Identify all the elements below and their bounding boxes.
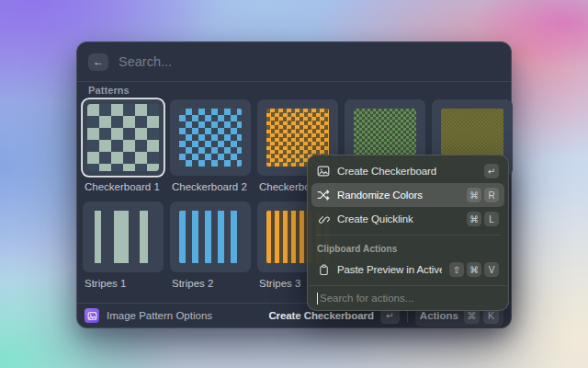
menu-item-create-checkerboard[interactable]: Create Checkerboard ↵ [311, 159, 504, 183]
grid-item-checkerboard-1[interactable]: Checkerboard 1 [83, 99, 164, 192]
search-bar: ← Search... [77, 42, 511, 82]
grid-item-label: Checkerboard 1 [83, 181, 164, 192]
grid-item-checkerboard-2[interactable]: Checkerboard 2 [170, 99, 251, 192]
l-key-badge: L [484, 212, 499, 226]
v-key-badge: V [484, 262, 499, 277]
checkerboard-pattern [87, 104, 159, 171]
actions-button-label: Actions [420, 310, 458, 321]
image-icon [317, 165, 330, 178]
clipboard-icon [317, 263, 330, 276]
return-key-badge: ↵ [484, 164, 499, 178]
primary-action-button[interactable]: Create Checkerboard [268, 310, 373, 321]
stripes-pattern [92, 211, 154, 263]
menu-item-randomize-colors[interactable]: Randomize Colors ⌘ R [311, 183, 504, 207]
grid-item-stripes-2[interactable]: Stripes 2 [170, 201, 251, 289]
text-caret [317, 293, 318, 305]
section-label-patterns: Patterns [88, 85, 130, 96]
cmd-key-badge: ⌘ [467, 262, 481, 277]
thumbnail-stripes-1[interactable] [83, 201, 164, 272]
actions-search-input[interactable]: Search for actions... [308, 285, 508, 310]
menu-item-create-quicklink[interactable]: Create Quicklink ⌘ L [311, 207, 504, 231]
menu-item-label: Create Quicklink [337, 213, 413, 224]
checkerboard-pattern [179, 109, 242, 167]
footer-divider [407, 310, 408, 322]
menu-item-label: Create Checkerboard [337, 166, 436, 177]
shift-key-badge: ⇧ [449, 262, 464, 277]
thumbnail-stripes-2[interactable] [170, 201, 251, 272]
grid-item-label: Stripes 1 [83, 278, 164, 289]
menu-separator [315, 235, 501, 236]
r-key-badge: R [484, 188, 499, 202]
app-name-label: Image Pattern Options [107, 310, 212, 321]
menu-item-paste-preview[interactable]: Paste Preview in Active App ⇧ ⌘ V [311, 258, 504, 282]
link-icon [317, 213, 330, 225]
menu-section-header: Clipboard Actions [311, 239, 504, 258]
cmd-key-badge: ⌘ [467, 188, 481, 202]
thumbnail-checkerboard-2[interactable] [170, 99, 251, 176]
menu-item-label: Paste Preview in Active App [337, 264, 442, 275]
thumbnail-checkerboard-1[interactable] [83, 99, 164, 176]
cmd-key-badge: ⌘ [467, 212, 481, 226]
stripes-pattern [179, 211, 242, 263]
search-input[interactable]: Search... [119, 54, 172, 69]
shuffle-icon [317, 189, 330, 201]
actions-search-placeholder: Search for actions... [320, 293, 413, 304]
back-button[interactable]: ← [88, 53, 108, 71]
actions-menu: Create Checkerboard ↵ Randomize Colors ⌘… [307, 155, 509, 311]
image-pattern-app-icon [85, 308, 99, 323]
grid-item-stripes-1[interactable]: Stripes 1 [83, 201, 164, 289]
back-arrow-icon: ← [93, 55, 104, 68]
grid-item-label: Checkerboard 2 [170, 181, 251, 192]
menu-item-label: Randomize Colors [337, 190, 423, 201]
grid-item-label: Stripes 2 [170, 278, 251, 289]
